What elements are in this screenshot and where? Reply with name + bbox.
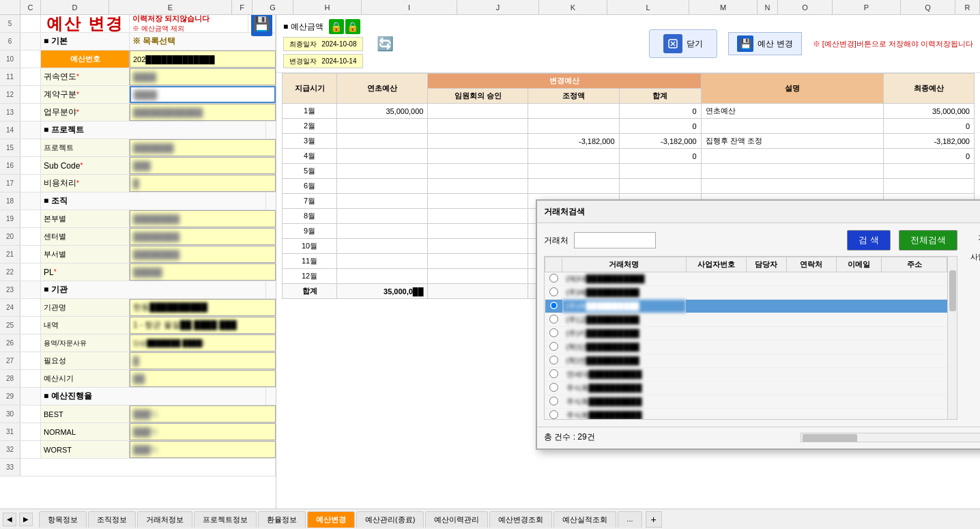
work-category-label: 업무분야 — [44, 106, 76, 118]
vendor-radio[interactable] — [549, 301, 558, 310]
tab------[interactable]: 거래처정보 — [137, 511, 192, 528]
fiscal-year-value[interactable]: ████ — [130, 68, 276, 85]
vendor-radio[interactable] — [549, 397, 558, 405]
next-sheet-button[interactable]: ▶ — [19, 513, 33, 526]
vendor-list-item[interactable]: 주식회██████████ — [545, 382, 947, 395]
vendor-list-item[interactable]: (학)단██████████ — [545, 341, 947, 354]
row-25: 25 내역 1 - 항균 물질██ ████ ███ — [0, 317, 276, 334]
project-value[interactable]: ███████ — [130, 139, 276, 156]
page-title: 예산 변경 — [46, 15, 124, 35]
vendor-list-item[interactable]: (재)대███████████ — [545, 272, 947, 286]
vendor-radio[interactable] — [549, 315, 558, 324]
dept-value[interactable]: ████████ — [130, 246, 276, 263]
work-category-value[interactable]: ████████████ — [130, 104, 276, 121]
col-header-q: Q — [901, 0, 955, 14]
vendor-list-item[interactable]: (주)와██████████ — [545, 300, 947, 313]
division-value[interactable]: ████████ — [130, 210, 276, 227]
budget-timing-label: 예산시기 — [41, 370, 130, 387]
tab-------[interactable]: 예산실적조회 — [553, 511, 616, 528]
tab-------[interactable]: 프로젝트정보 — [194, 511, 257, 528]
advisory-value[interactable]: 단순███████ ████) — [130, 334, 276, 352]
row-24: 24 기관명 한동██████████ — [0, 299, 276, 317]
search-button[interactable]: 검 색 — [847, 230, 891, 251]
contract-type-label: 계약구분 — [44, 89, 76, 100]
budget-number-value[interactable]: 202█████████████ — [130, 51, 276, 68]
list-scrollbar[interactable] — [947, 257, 957, 419]
tab-----[interactable]: 환율정보 — [258, 511, 306, 528]
col-header-n: N — [758, 0, 778, 14]
vendor-list-item[interactable]: 연세대██████████ — [545, 368, 947, 382]
vendor-radio[interactable] — [549, 356, 558, 364]
vendor-search-dialog: 거래처검색 ✕ 거래처 검 색 전체검색 — [536, 199, 980, 450]
vendor-list-item[interactable]: 주식회██████████ — [545, 409, 947, 420]
col-contact-header: 연락처 — [786, 257, 836, 272]
h-scrollbar[interactable] — [801, 433, 980, 442]
vendor-list-wrapper: 거래처명 사업자번호 담당자 연락처 이메일 주소 — [544, 256, 957, 420]
right-address-label: 주소 — [964, 328, 980, 339]
notice2: ※ 예산금액 제외 — [132, 24, 184, 33]
vendor-radio[interactable] — [549, 328, 558, 337]
right-email-row: 이메일 — [964, 306, 980, 321]
vendor-radio[interactable] — [549, 287, 558, 296]
search-label: 거래처 — [544, 235, 568, 246]
vendor-radio[interactable] — [549, 274, 558, 283]
subcode-value[interactable]: ███ — [130, 157, 276, 174]
row-11: 11 귀속연도 * ████ — [0, 68, 276, 86]
worst-value[interactable]: ███% — [130, 441, 276, 458]
full-search-button[interactable]: 전체검색 — [899, 230, 957, 251]
budget-number-label: 예산번호 — [41, 51, 130, 68]
scrollbar-thumb — [949, 270, 956, 311]
col-header-h: H — [293, 0, 362, 14]
budget-timing-value[interactable]: ██ — [130, 370, 276, 387]
search-input[interactable] — [574, 232, 656, 248]
vendor-radio[interactable] — [549, 410, 558, 419]
add-sheet-button[interactable]: + — [646, 511, 662, 528]
best-value[interactable]: ███% — [130, 405, 276, 423]
row-12: 12 계약구분 * ████ — [0, 86, 276, 104]
tab-------[interactable]: 예산변경조회 — [489, 511, 552, 528]
vendor-list-item[interactable]: 주식회██████████ — [545, 395, 947, 409]
org2-section-label: ■ 기관 — [41, 281, 266, 298]
dialog-title-bar: 거래처검색 ✕ — [537, 201, 980, 223]
tab----[interactable]: ... — [618, 511, 642, 528]
right-manager-row: 담당자 — [964, 268, 980, 283]
tab-----[interactable]: 예산변경 — [307, 511, 355, 528]
necessity-value[interactable]: █ — [130, 352, 276, 369]
col-header-g: G — [253, 0, 293, 14]
vendor-list-item[interactable]: (주)키██████████ — [545, 327, 947, 341]
right-company-name-row: 거래처명 — [964, 230, 980, 245]
detail-value[interactable]: 1 - 항균 물질██ ████ ███ — [130, 317, 276, 334]
col-address-header: 주소 — [882, 257, 947, 272]
right-contact-label: 연락처 — [964, 290, 980, 300]
row-18: 18 ■ 조직 — [0, 192, 276, 210]
subcode-label: Sub Code — [44, 161, 80, 171]
vendor-list-item[interactable]: (주)에██████████ — [545, 286, 947, 300]
vendor-radio[interactable] — [549, 369, 558, 378]
tab-----[interactable]: 항목정보 — [39, 511, 87, 528]
vendor-list-table: 거래처명 사업자번호 담당자 연락처 이메일 주소 — [545, 257, 947, 419]
cost-value[interactable]: █ — [130, 175, 276, 192]
center-value[interactable]: ████████ — [130, 228, 276, 245]
tab-----[interactable]: 조직정보 — [88, 511, 136, 528]
vendor-list-item[interactable]: (주)교██████████ — [545, 313, 947, 327]
vendor-list-scroll[interactable]: 거래처명 사업자번호 담당자 연락처 이메일 주소 — [545, 257, 947, 419]
row-33: 33 — [0, 459, 276, 476]
tab---------[interactable]: 예산관리(종료) — [356, 511, 424, 528]
col-header-m: M — [689, 0, 758, 14]
vendor-list-item[interactable]: (학)연██████████ — [545, 354, 947, 368]
row-6: 6 ■ 기본 ※ 목록선택 — [0, 33, 276, 51]
vendor-radio[interactable] — [549, 342, 558, 351]
prev-sheet-button[interactable]: ◀ — [3, 513, 16, 526]
search-row: 거래처 검 색 전체검색 — [544, 230, 957, 251]
row-15: 15 프로젝트 ███████ — [0, 139, 276, 157]
row-17: 17 비용처리 * █ — [0, 175, 276, 192]
vendor-radio[interactable] — [549, 383, 558, 392]
normal-value[interactable]: ███% — [130, 423, 276, 440]
row-30: 30 BEST ███% — [0, 405, 276, 423]
right-company-name-label: 거래처명 — [964, 233, 980, 243]
org-name-value[interactable]: 한동██████████ — [130, 299, 276, 316]
pl-value[interactable]: █████ — [130, 263, 276, 281]
contract-type-value[interactable]: ████ — [130, 86, 276, 103]
tab-------[interactable]: 예산이력관리 — [425, 511, 488, 528]
row-14: 14 ■ 프로젝트 — [0, 121, 276, 139]
